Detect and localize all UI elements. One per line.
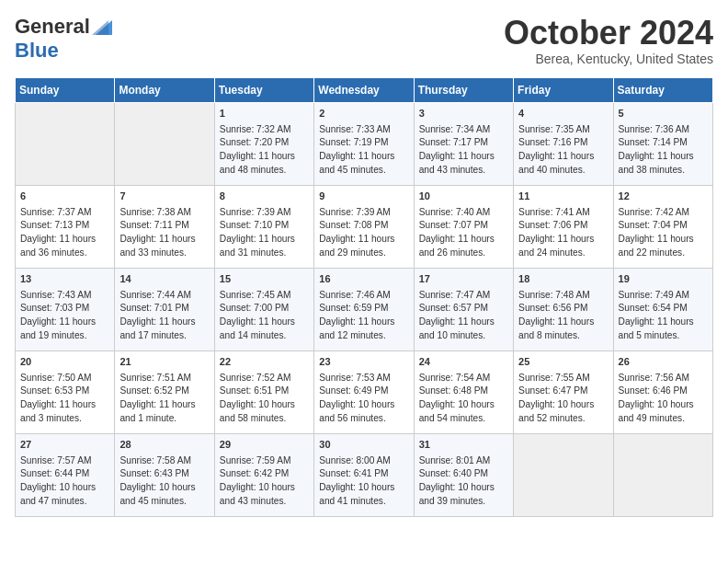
day-number: 25 [518, 355, 608, 370]
day-info: Sunset: 6:41 PM [319, 467, 408, 481]
day-info: Sunset: 7:10 PM [220, 219, 309, 233]
day-info: Sunrise: 7:37 AM [20, 206, 109, 220]
day-info: Sunrise: 7:52 AM [220, 372, 309, 385]
day-number: 13 [20, 272, 109, 287]
calendar-cell: 3Sunrise: 7:34 AMSunset: 7:17 PMDaylight… [414, 102, 513, 185]
calendar-cell: 28Sunrise: 7:58 AMSunset: 6:43 PMDayligh… [115, 433, 214, 516]
week-row-4: 27Sunrise: 7:57 AMSunset: 6:44 PMDayligh… [16, 433, 713, 516]
day-info: Sunset: 7:13 PM [20, 219, 109, 233]
day-info: Sunset: 6:46 PM [619, 385, 708, 398]
day-info: Sunset: 7:14 PM [619, 136, 708, 150]
day-number: 22 [220, 355, 309, 370]
day-info: Sunset: 7:00 PM [220, 302, 309, 316]
day-number: 19 [619, 272, 708, 287]
day-info: Sunset: 7:20 PM [220, 136, 309, 150]
day-info: Daylight: 11 hours and 24 minutes. [518, 233, 608, 260]
day-info: Sunset: 7:01 PM [119, 302, 209, 316]
day-info: Daylight: 11 hours and 36 minutes. [20, 233, 109, 260]
day-number: 8 [220, 190, 309, 204]
logo-text-blue: Blue [15, 39, 59, 62]
day-info: Sunset: 6:42 PM [220, 467, 309, 481]
day-info: Sunset: 7:04 PM [619, 219, 708, 233]
day-info: Sunset: 6:51 PM [220, 385, 309, 398]
week-row-0: 1Sunrise: 7:32 AMSunset: 7:20 PMDaylight… [16, 102, 713, 185]
calendar-cell: 6Sunrise: 7:37 AMSunset: 7:13 PMDaylight… [16, 185, 115, 268]
day-info: Daylight: 11 hours and 12 minutes. [319, 316, 408, 343]
calendar-table: SundayMondayTuesdayWednesdayThursdayFrid… [15, 77, 713, 517]
day-info: Sunrise: 7:58 AM [119, 454, 209, 468]
day-info: Daylight: 10 hours and 49 minutes. [619, 398, 708, 426]
day-info: Daylight: 11 hours and 17 minutes. [119, 316, 209, 343]
day-info: Sunset: 7:16 PM [518, 136, 608, 150]
day-info: Sunset: 7:07 PM [419, 219, 508, 233]
header-cell-wednesday: Wednesday [314, 77, 414, 102]
day-info: Sunrise: 7:47 AM [419, 289, 508, 303]
day-info: Sunset: 7:08 PM [319, 219, 408, 233]
day-info: Sunset: 6:47 PM [518, 385, 608, 398]
day-info: Sunrise: 7:39 AM [220, 206, 309, 220]
day-info: Sunrise: 7:38 AM [119, 206, 209, 220]
day-info: Sunset: 7:11 PM [119, 219, 209, 233]
week-row-1: 6Sunrise: 7:37 AMSunset: 7:13 PMDaylight… [16, 185, 713, 268]
calendar-cell: 25Sunrise: 7:55 AMSunset: 6:47 PMDayligh… [514, 350, 613, 433]
day-info: Daylight: 10 hours and 56 minutes. [319, 398, 408, 426]
day-info: Sunrise: 7:39 AM [319, 206, 408, 220]
day-info: Sunrise: 7:54 AM [419, 372, 508, 385]
day-number: 15 [220, 272, 309, 287]
day-info: Daylight: 11 hours and 43 minutes. [419, 150, 508, 178]
day-info: Daylight: 11 hours and 8 minutes. [518, 316, 608, 343]
day-info: Daylight: 11 hours and 40 minutes. [518, 150, 608, 178]
day-info: Sunset: 6:59 PM [319, 302, 408, 316]
calendar-cell: 15Sunrise: 7:45 AMSunset: 7:00 PMDayligh… [214, 268, 313, 350]
svg-marker-1 [92, 20, 108, 35]
header-cell-thursday: Thursday [414, 77, 513, 102]
calendar-cell: 7Sunrise: 7:38 AMSunset: 7:11 PMDaylight… [115, 185, 214, 268]
calendar-cell: 20Sunrise: 7:50 AMSunset: 6:53 PMDayligh… [16, 350, 115, 433]
day-info: Sunset: 6:52 PM [119, 385, 209, 398]
calendar-cell: 9Sunrise: 7:39 AMSunset: 7:08 PMDaylight… [314, 185, 414, 268]
day-info: Sunrise: 7:44 AM [119, 289, 209, 303]
day-info: Sunrise: 7:33 AM [319, 123, 408, 137]
day-number: 16 [319, 272, 408, 287]
week-row-3: 20Sunrise: 7:50 AMSunset: 6:53 PMDayligh… [16, 350, 713, 433]
calendar-cell [115, 102, 214, 185]
calendar-cell: 5Sunrise: 7:36 AMSunset: 7:14 PMDaylight… [613, 102, 712, 185]
day-info: Daylight: 11 hours and 3 minutes. [20, 398, 109, 426]
logo-text-general: General [15, 15, 90, 39]
day-info: Sunrise: 7:59 AM [220, 454, 309, 468]
calendar-cell: 12Sunrise: 7:42 AMSunset: 7:04 PMDayligh… [613, 185, 712, 268]
day-number: 24 [419, 355, 508, 370]
day-info: Daylight: 11 hours and 48 minutes. [220, 150, 309, 178]
day-number: 31 [419, 438, 508, 453]
day-info: Sunset: 6:43 PM [119, 467, 209, 481]
day-info: Sunset: 7:19 PM [319, 136, 408, 150]
day-number: 4 [518, 107, 608, 121]
day-info: Daylight: 11 hours and 45 minutes. [319, 150, 408, 178]
day-info: Sunrise: 7:35 AM [518, 123, 608, 137]
day-info: Sunset: 6:56 PM [518, 302, 608, 316]
day-info: Daylight: 11 hours and 33 minutes. [119, 233, 209, 260]
day-info: Sunrise: 7:42 AM [619, 206, 708, 220]
day-info: Daylight: 10 hours and 41 minutes. [319, 481, 408, 509]
day-info: Sunrise: 7:51 AM [119, 372, 209, 385]
day-number: 28 [119, 438, 209, 453]
calendar-cell [514, 433, 613, 516]
calendar-cell: 29Sunrise: 7:59 AMSunset: 6:42 PMDayligh… [214, 433, 313, 516]
day-info: Daylight: 11 hours and 14 minutes. [220, 316, 309, 343]
day-number: 5 [619, 107, 708, 121]
calendar-cell [613, 433, 712, 516]
header-cell-saturday: Saturday [613, 77, 712, 102]
day-info: Sunrise: 7:55 AM [518, 372, 608, 385]
day-number: 14 [119, 272, 209, 287]
header-cell-monday: Monday [115, 77, 214, 102]
calendar-cell: 23Sunrise: 7:53 AMSunset: 6:49 PMDayligh… [314, 350, 414, 433]
header-cell-tuesday: Tuesday [214, 77, 313, 102]
calendar-cell: 4Sunrise: 7:35 AMSunset: 7:16 PMDaylight… [514, 102, 613, 185]
day-info: Sunrise: 7:40 AM [419, 206, 508, 220]
day-number: 26 [619, 355, 708, 370]
month-title: October 2024 [504, 15, 713, 52]
day-number: 10 [419, 190, 508, 204]
week-row-2: 13Sunrise: 7:43 AMSunset: 7:03 PMDayligh… [16, 268, 713, 350]
day-number: 30 [319, 438, 408, 453]
day-info: Sunrise: 8:00 AM [319, 454, 408, 468]
